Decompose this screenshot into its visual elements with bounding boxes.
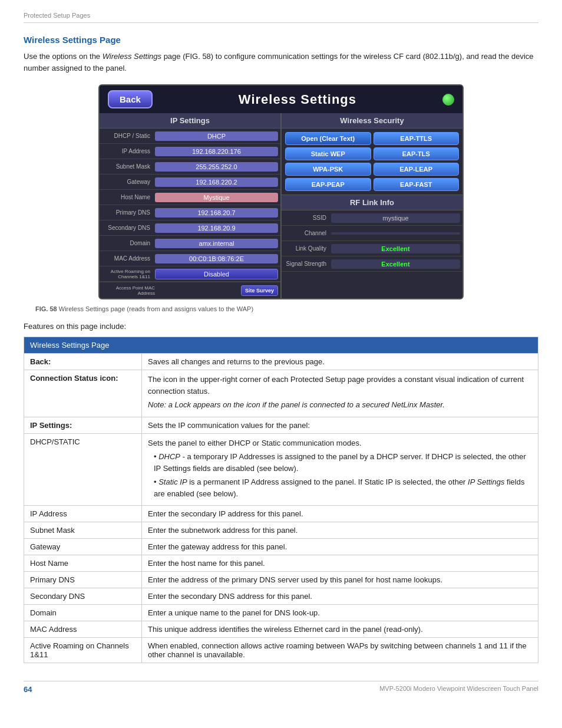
term-ip-address: IP Address: [24, 506, 142, 522]
rf-row-ssid: SSID mystique: [282, 210, 462, 226]
ws-btn-eap-fast[interactable]: EAP-FAST: [373, 178, 459, 191]
term-host-name: Host Name: [24, 555, 142, 572]
wireless-security-buttons: Open (Clear Text) EAP-TTLS Static WEP EA…: [282, 129, 462, 195]
secondarydns-label: Secondary DNS: [100, 223, 153, 232]
desc-ip-settings: Sets the IP communication values for the…: [142, 417, 538, 433]
desc-mac-address: This unique address identifies the wirel…: [142, 621, 538, 638]
intro-text: Use the options on the Wireless Settings…: [24, 51, 538, 74]
rf-link-header: RF Link Info: [282, 195, 462, 210]
fig-caption-desc: Wireless Settings page (reads from and a…: [59, 305, 253, 312]
desc-host-name: Enter the host name for this panel.: [142, 555, 538, 572]
footer-product: MVP-5200i Modero Viewpoint Widescreen To…: [379, 685, 538, 694]
ipaddress-value[interactable]: 192.168.220.176: [155, 147, 278, 156]
desc-gateway: Enter the gateway address for this panel…: [142, 539, 538, 555]
ip-row-domain: Domain amx.internal: [100, 236, 280, 251]
ip-settings-header: IP Settings: [100, 113, 280, 129]
ip-row-mac: MAC Address 00:C0:1B:08:76:2E: [100, 251, 280, 266]
section-title: Wireless Settings Page: [24, 35, 538, 45]
ip-row-gateway: Gateway 192.168.220.2: [100, 174, 280, 190]
channel-label: Channel: [282, 229, 329, 238]
bottom-row: Access Point MAC Address Site Survey: [100, 282, 280, 298]
signal-strength-value: Excellent: [331, 259, 460, 269]
link-quality-label: Link Quality: [282, 244, 329, 253]
desc-primary-dns: Enter the address of the primary DNS ser…: [142, 572, 538, 588]
secondarydns-value[interactable]: 192.168.20.9: [155, 223, 278, 233]
ws-btn-eap-leap[interactable]: EAP-LEAP: [373, 163, 459, 176]
gateway-label: Gateway: [100, 177, 153, 186]
gateway-value[interactable]: 192.168.220.2: [155, 177, 278, 187]
term-ip-settings: IP Settings:: [24, 417, 142, 433]
term-back: Back:: [24, 354, 142, 370]
access-point-label: Access Point MAC Address: [102, 285, 155, 296]
table-row-ip-settings: IP Settings: Sets the IP communication v…: [24, 417, 538, 433]
features-label: Features on this page include:: [24, 322, 538, 331]
ssid-value: mystique: [331, 213, 460, 223]
table-header-row: Wireless Settings Page: [24, 337, 538, 354]
roaming-label: Active Roaming on Channels 1&11: [100, 268, 153, 281]
ip-row-ipaddress: IP Address 192.168.220.176: [100, 144, 280, 159]
rf-row-link-quality: Link Quality Excellent: [282, 241, 462, 256]
rf-link-section: RF Link Info SSID mystique Channel Link …: [282, 195, 462, 272]
desc-ip-address: Enter the secondary IP address for this …: [142, 506, 538, 522]
hostname-label: Host Name: [100, 193, 153, 202]
ws-btn-wpa-psk[interactable]: WPA-PSK: [285, 163, 371, 176]
page-footer: 64 MVP-5200i Modero Viewpoint Widescreen…: [24, 681, 538, 694]
table-row-dhcp-static: DHCP/STATIC Sets the panel to either DHC…: [24, 433, 538, 506]
term-domain: Domain: [24, 605, 142, 621]
ip-row-roaming: Active Roaming on Channels 1&11 Disabled: [100, 266, 280, 282]
primarydns-value[interactable]: 192.168.20.7: [155, 208, 278, 218]
ip-settings-section: IP Settings DHCP / Static DHCP IP Addres…: [100, 113, 282, 298]
term-gateway: Gateway: [24, 539, 142, 555]
table-row-host-name: Host Name Enter the host name for this p…: [24, 555, 538, 572]
desc-back: Saves all changes and returns to the pre…: [142, 354, 538, 370]
ws-btn-static-wep[interactable]: Static WEP: [285, 147, 371, 160]
page-header: Protected Setup Pages: [24, 12, 538, 23]
domain-value[interactable]: amx.internal: [155, 239, 278, 248]
table-row-connection-status: Connection Status icon: The icon in the …: [24, 370, 538, 417]
term-active-roaming: Active Roaming on Channels 1&11: [24, 638, 142, 663]
table-row-domain: Domain Enter a unique name to the panel …: [24, 605, 538, 621]
primarydns-label: Primary DNS: [100, 208, 153, 217]
desc-dhcp-static: Sets the panel to either DHCP or Static …: [142, 433, 538, 506]
desc-active-roaming: When enabled, connection allows active r…: [142, 638, 538, 663]
signal-strength-label: Signal Strength: [282, 259, 329, 268]
table-row-gateway: Gateway Enter the gateway address for th…: [24, 539, 538, 555]
table-row-mac-address: MAC Address This unique address identifi…: [24, 621, 538, 638]
term-secondary-dns: Secondary DNS: [24, 588, 142, 605]
table-row-primary-dns: Primary DNS Enter the address of the pri…: [24, 572, 538, 588]
back-button[interactable]: Back: [108, 90, 153, 108]
mac-label: MAC Address: [100, 254, 153, 263]
table-row-ip-address: IP Address Enter the secondary IP addres…: [24, 506, 538, 522]
screenshot-panel: Back Wireless Settings IP Settings DHCP …: [98, 84, 464, 299]
term-primary-dns: Primary DNS: [24, 572, 142, 588]
desc-connection-status: The icon in the upper-right corner of ea…: [142, 370, 538, 417]
table-row-active-roaming: Active Roaming on Channels 1&11 When ena…: [24, 638, 538, 663]
ip-row-dhcp: DHCP / Static DHCP: [100, 129, 280, 144]
ws-btn-eap-peap[interactable]: EAP-PEAP: [285, 178, 371, 191]
fig-number: FIG. 58: [35, 305, 57, 312]
subnet-value[interactable]: 255.255.252.0: [155, 162, 278, 172]
term-connection-status: Connection Status icon:: [24, 370, 142, 417]
ws-btn-open[interactable]: Open (Clear Text): [285, 132, 371, 145]
ip-row-subnet: Subnet Mask 255.255.252.0: [100, 159, 280, 174]
features-table: Wireless Settings Page Back: Saves all c…: [24, 337, 538, 663]
ws-btn-eap-ttls[interactable]: EAP-TTLS: [373, 132, 459, 145]
panel-header: Back Wireless Settings: [100, 85, 462, 113]
domain-label: Domain: [100, 239, 153, 248]
table-header-cell: Wireless Settings Page: [24, 337, 538, 354]
table-row-back: Back: Saves all changes and returns to t…: [24, 354, 538, 370]
ip-row-primarydns: Primary DNS 192.168.20.7: [100, 205, 280, 220]
rf-row-channel: Channel: [282, 226, 462, 241]
term-subnet-mask: Subnet Mask: [24, 522, 142, 539]
site-survey-button[interactable]: Site Survey: [241, 285, 278, 296]
hostname-value[interactable]: Mystique: [155, 193, 278, 202]
mac-value: 00:C0:1B:08:76:2E: [155, 254, 278, 263]
ipaddress-label: IP Address: [100, 147, 153, 156]
fig-caption: FIG. 58 Wireless Settings page (reads fr…: [24, 305, 538, 312]
roaming-value[interactable]: Disabled: [155, 269, 278, 279]
term-mac-address: MAC Address: [24, 621, 142, 638]
dhcp-value[interactable]: DHCP: [155, 131, 278, 141]
desc-secondary-dns: Enter the secondary DNS address for this…: [142, 588, 538, 605]
ws-btn-eap-tls[interactable]: EAP-TLS: [373, 147, 459, 160]
term-dhcp-static: DHCP/STATIC: [24, 433, 142, 506]
